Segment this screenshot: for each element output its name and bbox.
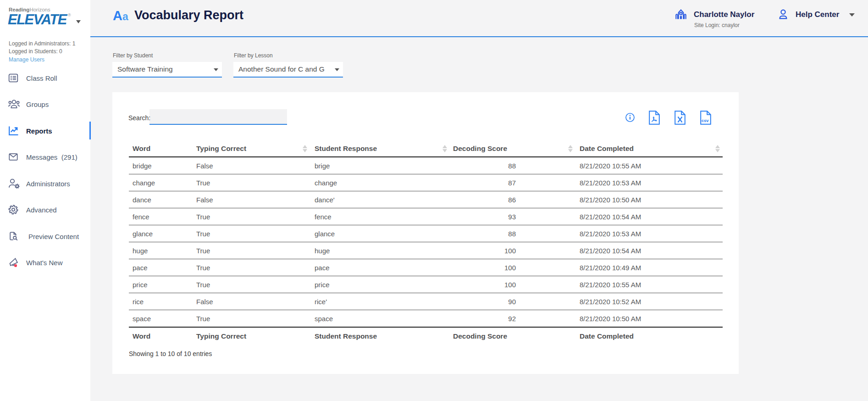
- svg-text:csv: csv: [702, 118, 709, 123]
